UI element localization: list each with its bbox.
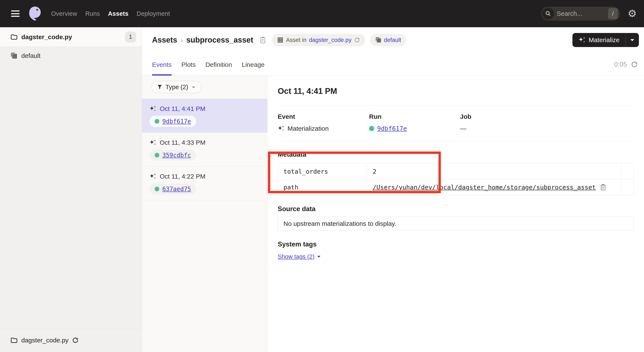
system-tags-heading: System tags	[278, 241, 634, 248]
page-title: subprocess_asset	[186, 35, 253, 44]
chevron-down-icon	[191, 84, 196, 90]
run-label: Run	[369, 113, 460, 120]
asset-group-tag: default	[370, 34, 406, 46]
metadata-key: total_orders	[278, 164, 367, 179]
gear-icon[interactable]: ⚙	[628, 8, 637, 19]
metadata-value: 2	[367, 164, 622, 179]
asset-group-link[interactable]: default	[384, 37, 401, 43]
source-data-empty-message: No upstream materializations to display.	[284, 220, 396, 227]
materialize-dropdown-caret[interactable]	[626, 33, 639, 47]
event-timestamp: Oct 11, 4:41 PM	[160, 105, 206, 112]
nav-right: / ⚙	[541, 6, 637, 21]
event-list-item[interactable]: Oct 11, 4:41 PM 9dbf617e	[142, 99, 267, 133]
show-tags-toggle[interactable]: Show tags (2)	[278, 253, 320, 260]
type-filter-button[interactable]: Type (2)	[152, 81, 202, 93]
tab-definition[interactable]: Definition	[205, 61, 232, 75]
search-shortcut-key: /	[608, 8, 618, 19]
breadcrumb: Assets › subprocess_asset	[152, 35, 266, 44]
nav-item-deployment[interactable]: Deployment	[136, 10, 170, 17]
sidebar-item-default[interactable]: default	[0, 48, 142, 63]
hamburger-menu-icon[interactable]	[11, 10, 20, 17]
app-root: Overview Runs Assets Deployment / ⚙	[0, 0, 644, 352]
source-data-heading: Source data	[278, 205, 634, 213]
asset-tabs: Events Plots Definition Lineage	[152, 61, 264, 75]
event-detail-title: Oct 11, 4:41 PM	[278, 86, 634, 96]
nav-item-overview[interactable]: Overview	[51, 10, 77, 17]
run-pill[interactable]: 637aed75	[150, 183, 196, 195]
copy-asset-name-icon[interactable]	[260, 36, 266, 44]
sidebar: dagster_code.py 1 default	[0, 27, 142, 352]
main-area: Assets › subprocess_asset	[142, 27, 644, 352]
run-status-dot	[154, 119, 159, 124]
sparkle-icon	[578, 37, 586, 43]
asset-location-tag: Asset in dagster_code.py	[272, 34, 365, 46]
tab-events[interactable]: Events	[152, 61, 172, 75]
run-status-dot	[154, 153, 159, 157]
asset-header: Assets › subprocess_asset	[142, 27, 644, 76]
sidebar-module-label: dagster_code.py	[21, 33, 72, 41]
tab-plots[interactable]: Plots	[182, 61, 196, 75]
materialize-split-button: Materialize	[572, 33, 639, 47]
event-timestamp: Oct 11, 4:22 PM	[160, 173, 206, 180]
search-input[interactable]	[554, 10, 608, 17]
job-icon	[277, 37, 284, 43]
reload-code-location-icon[interactable]	[72, 337, 79, 344]
event-list-item[interactable]: Oct 11, 4:22 PM 637aed75	[142, 166, 267, 200]
sidebar-footer: dagster_code.py	[0, 328, 142, 352]
sidebar-footer-label: dagster_code.py	[21, 337, 68, 344]
nav-item-assets[interactable]: Assets	[108, 10, 128, 17]
metadata-key: path	[278, 179, 367, 195]
metadata-table: total_orders 2 path /Users/yuhan/dev/loc…	[278, 163, 634, 195]
sidebar-module-count-badge: 1	[125, 31, 136, 42]
event-timestamp: Oct 11, 4:33 PM	[160, 139, 206, 146]
tab-lineage[interactable]: Lineage	[242, 61, 265, 75]
event-type-value: Materialization	[288, 125, 328, 132]
divider	[278, 141, 634, 141]
event-detail-panel: Oct 11, 4:41 PM Event	[268, 76, 644, 352]
dagster-logo-icon[interactable]	[26, 5, 44, 22]
run-pill[interactable]: 9dbf617e	[150, 116, 196, 127]
job-value: —	[460, 125, 466, 132]
metadata-empty-cell	[622, 164, 634, 179]
metadata-heading: Metadata	[278, 151, 634, 158]
metadata-path-link[interactable]: /Users/yuhan/dev/local/dagster_home/stor…	[373, 184, 596, 191]
run-pill[interactable]: 359cdbfc	[150, 150, 196, 161]
repo-icon	[10, 52, 18, 59]
sidebar-module-header[interactable]: dagster_code.py 1	[0, 27, 142, 47]
run-id-link[interactable]: 359cdbfc	[162, 152, 191, 159]
asset-tags: Asset in dagster_code.py	[272, 34, 406, 46]
materialization-sparkle-icon	[150, 140, 156, 146]
copy-path-icon[interactable]	[600, 184, 606, 191]
refresh-timer: 0:05	[614, 61, 627, 68]
metadata-empty-cell	[622, 179, 634, 195]
asset-location-prefix: Asset in	[286, 37, 306, 43]
materialization-sparkle-icon	[150, 106, 156, 112]
breadcrumb-assets-link[interactable]: Assets	[152, 35, 177, 44]
refresh-icon[interactable]	[631, 61, 638, 68]
reload-definitions-icon[interactable]	[354, 37, 360, 43]
materialize-button[interactable]: Materialize	[572, 33, 626, 47]
event-list-item[interactable]: Oct 11, 4:33 PM 359cdbfc	[142, 133, 267, 166]
materialization-sparkle-icon	[278, 126, 284, 131]
run-status-dot	[154, 187, 159, 191]
search-icon	[542, 8, 554, 19]
breadcrumb-separator: ›	[180, 36, 183, 44]
job-label: Job	[460, 113, 634, 120]
filter-funnel-icon	[157, 84, 162, 90]
folder-icon	[10, 337, 18, 344]
nav-item-runs[interactable]: Runs	[85, 10, 100, 17]
run-id-link[interactable]: 9dbf617e	[162, 118, 191, 125]
sidebar-item-label: default	[21, 52, 40, 59]
run-status-dot	[369, 126, 374, 131]
materialization-sparkle-icon	[150, 173, 156, 179]
primary-nav: Overview Runs Assets Deployment	[51, 10, 170, 17]
run-id-link[interactable]: 9dbf617e	[377, 125, 407, 132]
search-box[interactable]: /	[541, 6, 620, 21]
event-info-grid: Event Materialization	[278, 113, 634, 132]
source-data-empty-box: No upstream materializations to display.	[278, 217, 634, 231]
asset-location-link[interactable]: dagster_code.py	[309, 37, 352, 43]
top-nav: Overview Runs Assets Deployment / ⚙	[0, 0, 644, 27]
run-id-link[interactable]: 637aed75	[162, 186, 191, 193]
folder-icon	[10, 33, 18, 41]
caret-down-icon	[317, 256, 320, 259]
